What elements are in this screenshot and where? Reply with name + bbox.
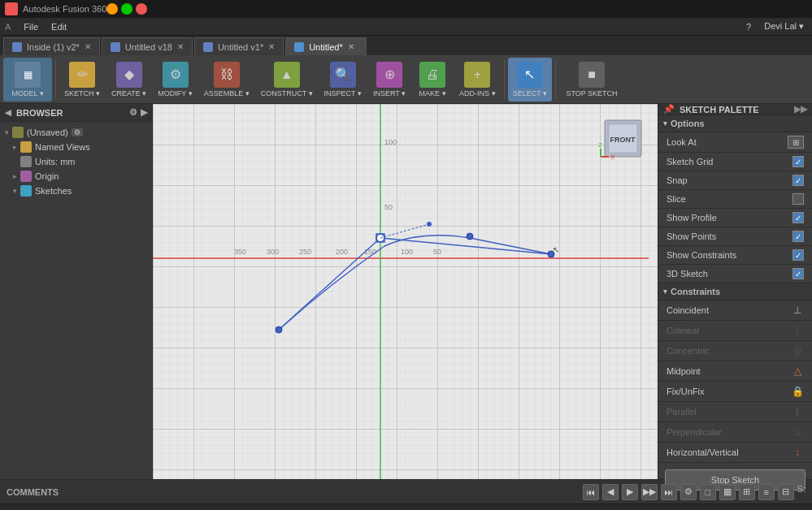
canvas-area[interactable]: 350 300 250 200 150 100 50 100 50 bbox=[153, 104, 658, 479]
options-section-header[interactable]: ▾ Options bbox=[658, 115, 812, 132]
prev-button[interactable]: ◀ bbox=[602, 484, 619, 500]
tab-close-v1[interactable]: ✕ bbox=[268, 42, 275, 51]
assemble-button[interactable]: ⛓ ASSEMBLE ▾ bbox=[199, 58, 254, 102]
tab-inside[interactable]: Inside (1) v2* ✕ bbox=[3, 37, 100, 55]
palette-concentric[interactable]: Concentric ◎ bbox=[658, 341, 812, 361]
svg-text:100: 100 bbox=[384, 138, 397, 146]
tab-untitled-v18[interactable]: Untitled v18 ✕ bbox=[102, 37, 193, 55]
next-button[interactable]: ▶▶ bbox=[641, 484, 658, 500]
tree-icon-sketches bbox=[20, 185, 32, 197]
modify-button[interactable]: ⚙ MODIFY ▾ bbox=[153, 58, 197, 102]
select-label: SELECT ▾ bbox=[513, 89, 547, 97]
select-button[interactable]: ↖ SELECT ▾ bbox=[508, 58, 552, 102]
tree-item-origin[interactable]: ▸ Origin bbox=[0, 169, 152, 184]
menu-help[interactable]: ? bbox=[743, 20, 754, 33]
constraints-section-header[interactable]: ▾ Constraints bbox=[658, 283, 812, 300]
palette-show-profile[interactable]: Show Profile ✓ bbox=[658, 209, 812, 227]
addins-button[interactable]: + ADD-INS ▾ bbox=[454, 58, 501, 102]
svg-text:100: 100 bbox=[401, 248, 413, 256]
palette-show-points[interactable]: Show Points ✓ bbox=[658, 227, 812, 246]
tab-close-v18[interactable]: ✕ bbox=[177, 42, 184, 51]
view-btn4[interactable]: ≡ bbox=[758, 484, 775, 500]
nav-cube[interactable]: FRONT X Z bbox=[597, 112, 649, 165]
skip-back-button[interactable]: ⏮ bbox=[583, 484, 599, 500]
3d-sketch-label: 3D Sketch bbox=[667, 269, 792, 279]
play-button[interactable]: ▶ bbox=[622, 484, 638, 500]
palette-show-constraints[interactable]: Show Constraints ✓ bbox=[658, 246, 812, 265]
browser-title: BROWSER bbox=[16, 108, 63, 118]
create-button[interactable]: ◆ CREATE ▾ bbox=[106, 58, 151, 102]
inspect-button[interactable]: 🔍 INSPECT ▾ bbox=[319, 58, 367, 102]
slice-checkbox[interactable] bbox=[792, 193, 804, 205]
tree-icon-units bbox=[20, 156, 32, 167]
view-btn5[interactable]: ⊟ bbox=[778, 484, 794, 500]
menu-file[interactable]: File bbox=[20, 20, 41, 33]
view-btn3[interactable]: ⊞ bbox=[739, 484, 755, 500]
palette-snap[interactable]: Snap ✓ bbox=[658, 171, 812, 190]
browser-collapse-btn[interactable]: ◀ bbox=[5, 108, 11, 117]
sketch-grid-checkbox[interactable]: ✓ bbox=[792, 156, 804, 167]
skip-forward-button[interactable]: ⏭ bbox=[661, 484, 677, 500]
palette-coincident[interactable]: Coincident ⊥ bbox=[658, 300, 812, 321]
palette-fix-unfix[interactable]: Fix/UnFix 🔒 bbox=[658, 382, 812, 402]
tree-label-named-views: Named Views bbox=[35, 142, 90, 152]
palette-slice[interactable]: Slice bbox=[658, 190, 812, 209]
concentric-icon: ◎ bbox=[791, 344, 804, 357]
menu-edit[interactable]: Edit bbox=[48, 20, 70, 33]
maximize-button[interactable] bbox=[121, 3, 132, 15]
3d-sketch-checkbox[interactable]: ✓ bbox=[792, 268, 804, 279]
show-profile-label: Show Profile bbox=[667, 213, 792, 223]
tree-arrow-unsaved: ▾ bbox=[5, 128, 9, 136]
make-button[interactable]: 🖨 MAKE ▾ bbox=[412, 58, 453, 102]
show-constraints-checkbox[interactable]: ✓ bbox=[792, 249, 804, 261]
sketch-button[interactable]: ✏ SKETCH ▾ bbox=[59, 58, 105, 102]
palette-colinear[interactable]: Colinear / bbox=[658, 321, 812, 341]
tree-item-sketches[interactable]: ▾ Sketches bbox=[0, 184, 152, 198]
toolbar: ▦ MODEL ▾ ✏ SKETCH ▾ ◆ CREATE ▾ ⚙ MODIFY… bbox=[0, 55, 812, 104]
browser-settings-icon[interactable]: ⚙ bbox=[129, 107, 137, 118]
sketch-icon: ✏ bbox=[69, 62, 95, 88]
palette-title: SKETCH PALETTE bbox=[680, 105, 759, 115]
menu-user[interactable]: Devi Lal ▾ bbox=[761, 19, 807, 33]
palette-horizontal-vertical[interactable]: Horizontal/Vertical ↕ bbox=[658, 443, 812, 463]
browser-expand-icon[interactable]: ▶ bbox=[141, 107, 147, 118]
construct-button[interactable]: ▲ CONSTRUCT ▾ bbox=[256, 58, 318, 102]
minimize-button[interactable] bbox=[106, 3, 118, 15]
colinear-icon: / bbox=[791, 324, 804, 337]
tree-item-units[interactable]: ▸ Units: mm bbox=[0, 154, 152, 169]
settings-button[interactable]: ⚙ bbox=[680, 484, 697, 500]
palette-expand-btn[interactable]: ▶▶ bbox=[794, 104, 807, 115]
svg-text:350: 350 bbox=[234, 248, 246, 256]
tree-label-origin: Origin bbox=[35, 171, 59, 181]
sketch-canvas: 350 300 250 200 150 100 50 100 50 bbox=[153, 104, 658, 479]
palette-parallel[interactable]: Parallel ∥ bbox=[658, 402, 812, 422]
assemble-icon: ⛓ bbox=[214, 62, 240, 88]
stop-sketch-toolbar-button[interactable]: ■ STOP SKETCH bbox=[559, 58, 624, 102]
construct-icon: ▲ bbox=[274, 62, 300, 88]
app-logo: A bbox=[5, 22, 11, 32]
tab-close-untitled[interactable]: ✕ bbox=[348, 42, 354, 51]
menubar: A File Edit ? Devi Lal ▾ bbox=[0, 18, 812, 36]
tree-item-unsaved[interactable]: ▾ (Unsaved) ⚙ bbox=[0, 125, 152, 140]
look-at-button[interactable]: ⊞ bbox=[788, 136, 804, 149]
tab-untitled-v1[interactable]: Untitled v1* ✕ bbox=[194, 37, 284, 55]
close-button[interactable] bbox=[136, 3, 147, 15]
insert-button[interactable]: ⊕ INSERT ▾ bbox=[368, 58, 410, 102]
show-points-checkbox[interactable]: ✓ bbox=[792, 231, 804, 242]
palette-3d-sketch[interactable]: 3D Sketch ✓ bbox=[658, 265, 812, 283]
tree-arrow-named-views: ▸ bbox=[13, 143, 17, 151]
snap-checkbox[interactable]: ✓ bbox=[792, 175, 804, 186]
view-btn2[interactable]: ▦ bbox=[719, 484, 736, 500]
view-btn1[interactable]: □ bbox=[700, 484, 716, 500]
palette-look-at[interactable]: Look At ⊞ bbox=[658, 132, 812, 153]
show-profile-checkbox[interactable]: ✓ bbox=[792, 212, 804, 223]
palette-perpendicular[interactable]: Perpendicular ⊥ bbox=[658, 422, 812, 443]
divider-1 bbox=[55, 59, 56, 100]
tree-item-named-views[interactable]: ▸ Named Views bbox=[0, 140, 152, 154]
model-button[interactable]: ▦ MODEL ▾ bbox=[3, 58, 52, 102]
palette-sketch-grid[interactable]: Sketch Grid ✓ bbox=[658, 153, 812, 171]
tab-close-inside[interactable]: ✕ bbox=[85, 42, 91, 51]
palette-midpoint[interactable]: Midpoint △ bbox=[658, 361, 812, 382]
perpendicular-icon: ⊥ bbox=[791, 426, 804, 439]
tab-untitled[interactable]: Untitled* ✕ bbox=[285, 37, 367, 55]
